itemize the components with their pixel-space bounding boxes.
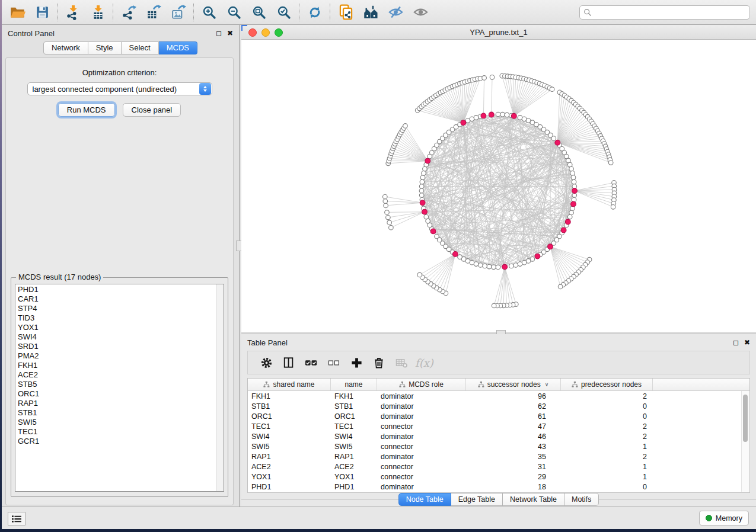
graph-hub-node[interactable]	[489, 112, 494, 117]
column-header-predecessor-nodes[interactable]: predecessor nodes	[561, 379, 653, 390]
column-header-shared-name[interactable]: shared name	[248, 379, 331, 390]
float-panel-icon[interactable]: ◻	[216, 30, 222, 37]
zoom-selected-icon[interactable]	[275, 3, 294, 22]
graph-hub-node[interactable]	[571, 201, 576, 207]
tab-mcds[interactable]: MCDS	[159, 41, 197, 55]
table-tab-edge-table[interactable]: Edge Table	[451, 493, 503, 506]
cell-shared-name[interactable]: ORC1	[248, 412, 331, 421]
cell-successor-nodes[interactable]: 46	[466, 432, 561, 441]
graph-leaf-node[interactable]	[386, 215, 391, 220]
cell-shared-name[interactable]: YOX1	[248, 473, 331, 481]
cell-shared-name[interactable]: SWI4	[248, 432, 331, 441]
graph-node[interactable]	[496, 112, 500, 117]
cell-name[interactable]: SWI4	[331, 432, 377, 441]
minimize-window-icon[interactable]	[261, 28, 270, 37]
run-mcds-button[interactable]: Run MCDS	[58, 103, 115, 117]
graph-hub-node[interactable]	[535, 254, 540, 259]
graph-node[interactable]	[470, 117, 474, 121]
graph-hub-node[interactable]	[561, 227, 566, 233]
cell-name[interactable]: FKH1	[331, 392, 377, 400]
cell-shared-name[interactable]: ACE2	[248, 463, 331, 471]
mcds-result-item[interactable]: TID3	[18, 313, 215, 323]
graph-node[interactable]	[420, 175, 425, 180]
mcds-result-item[interactable]: PMA2	[18, 351, 215, 361]
export-table-icon[interactable]	[144, 3, 163, 22]
graph-node[interactable]	[487, 264, 492, 269]
criterion-dropdown[interactable]: largest connected component (undirected)	[27, 82, 212, 95]
cell-name[interactable]: YOX1	[331, 473, 377, 481]
graph-hub-node[interactable]	[565, 219, 570, 225]
cell-shared-name[interactable]: RAP1	[248, 453, 331, 461]
table-tab-motifs[interactable]: Motifs	[564, 493, 599, 506]
mcds-result-item[interactable]: TEC1	[18, 427, 215, 437]
graph-node[interactable]	[458, 255, 462, 259]
graph-leaf-node[interactable]	[558, 284, 563, 289]
open-file-icon[interactable]	[8, 3, 27, 22]
mcds-result-item[interactable]: STP4	[18, 304, 215, 313]
cell-predecessor-nodes[interactable]: 2	[561, 453, 653, 461]
cell-predecessor-nodes[interactable]: 1	[561, 463, 653, 471]
graph-node[interactable]	[569, 166, 574, 171]
graph-hub-node[interactable]	[555, 140, 560, 145]
table-row[interactable]: SWI4SWI4dominator462	[248, 431, 749, 441]
graph-leaf-node[interactable]	[550, 87, 554, 92]
graph-node[interactable]	[569, 210, 574, 215]
graph-leaf-node[interactable]	[385, 210, 390, 215]
cell-MCDS-role[interactable]: dominator	[377, 432, 466, 441]
graph-hub-node[interactable]	[422, 209, 428, 214]
close-window-icon[interactable]	[248, 28, 257, 37]
zoom-fit-icon[interactable]	[250, 3, 269, 22]
mcds-result-item[interactable]: YOX1	[18, 323, 215, 332]
cell-name[interactable]: ACE2	[331, 463, 377, 471]
graph-node[interactable]	[551, 136, 556, 141]
table-row[interactable]: YOX1YOX1connector291	[248, 472, 749, 482]
mcds-result-item[interactable]: PHD1	[18, 285, 215, 294]
hide-selection-icon[interactable]	[386, 3, 405, 22]
graph-leaf-node[interactable]	[492, 303, 496, 308]
graph-leaf-node[interactable]	[482, 76, 487, 81]
tab-select[interactable]: Select	[122, 41, 159, 55]
graph-node[interactable]	[419, 188, 424, 193]
graph-node[interactable]	[492, 265, 496, 270]
show-all-icon[interactable]	[411, 3, 430, 22]
cell-MCDS-role[interactable]: connector	[377, 473, 466, 481]
cell-shared-name[interactable]: TEC1	[248, 422, 331, 431]
mcds-result-item[interactable]: SWI5	[18, 418, 215, 427]
graph-hub-node[interactable]	[461, 120, 466, 126]
graph-leaf-node[interactable]	[417, 273, 422, 277]
graph-node[interactable]	[424, 214, 429, 219]
cell-successor-nodes[interactable]: 96	[466, 392, 561, 400]
graph-leaf-node[interactable]	[389, 225, 394, 230]
cell-successor-nodes[interactable]: 18	[466, 483, 561, 491]
cell-predecessor-nodes[interactable]: 0	[561, 483, 653, 491]
graph-hub-node[interactable]	[420, 200, 425, 206]
cell-MCDS-role[interactable]: dominator	[377, 412, 466, 421]
export-network-icon[interactable]	[119, 3, 138, 22]
graph-node[interactable]	[570, 171, 575, 176]
select-all-columns-icon[interactable]	[300, 354, 323, 371]
refresh-layout-icon[interactable]	[305, 3, 324, 22]
graph-hub-node[interactable]	[572, 188, 578, 194]
graph-node[interactable]	[474, 116, 479, 120]
mcds-result-list[interactable]: PHD1CAR1STP4TID3YOX1SWI4SRD1PMA2FKH1ACE2…	[15, 284, 224, 492]
cell-shared-name[interactable]: PHD1	[248, 483, 331, 491]
graph-node[interactable]	[509, 264, 514, 268]
graph-node[interactable]	[479, 263, 483, 268]
cell-name[interactable]: ORC1	[331, 412, 377, 421]
mcds-result-item[interactable]: RAP1	[18, 399, 215, 408]
mcds-result-item[interactable]: SRD1	[18, 342, 215, 351]
graph-node[interactable]	[572, 180, 576, 184]
cell-name[interactable]: STB1	[331, 402, 377, 411]
new-network-from-selection-icon[interactable]	[336, 3, 355, 22]
graph-hub-node[interactable]	[430, 229, 436, 234]
mcds-result-item[interactable]: GCR1	[18, 437, 215, 446]
column-header-MCDS-role[interactable]: MCDS role	[377, 379, 466, 390]
tab-network[interactable]: Network	[43, 41, 88, 55]
maximize-window-icon[interactable]	[275, 28, 283, 37]
settings-gear-icon[interactable]	[255, 354, 277, 371]
cell-MCDS-role[interactable]: connector	[377, 422, 466, 431]
neighborhood-icon[interactable]	[361, 3, 380, 22]
mcds-result-item[interactable]: ACE2	[18, 370, 215, 380]
table-row[interactable]: FKH1FKH1dominator962	[248, 391, 749, 401]
graph-node[interactable]	[567, 162, 572, 167]
